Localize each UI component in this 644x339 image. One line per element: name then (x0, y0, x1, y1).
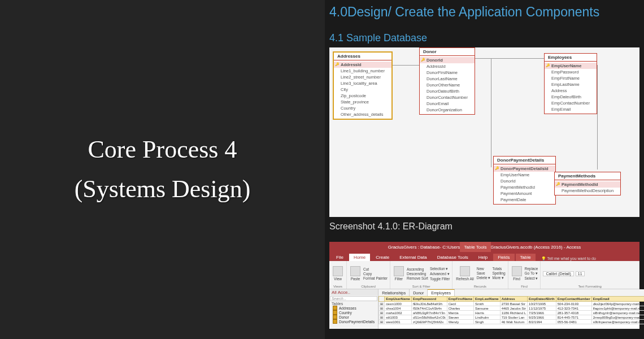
col-header[interactable]: Address (500, 297, 527, 302)
descending-button[interactable]: Descending (407, 272, 428, 276)
ribbon-tab-create[interactable]: Create (371, 254, 394, 261)
cell[interactable]: 281-357-4318 (556, 311, 591, 315)
col-header[interactable]: EmpEmail (591, 297, 644, 302)
cell[interactable]: chsa1004 (385, 306, 412, 311)
cell[interactable]: 4465 Jacobs Str (500, 306, 527, 311)
find-button[interactable]: Find (511, 266, 523, 281)
goto-button[interactable]: Go To ▾ (525, 271, 538, 276)
cell[interactable]: dS1m58dN6wA2xO3t (411, 315, 447, 320)
cell[interactable]: Wendy (447, 320, 473, 324)
cell[interactable]: 2730 Bassel Str (500, 302, 527, 306)
tab-employees[interactable]: Employees (428, 289, 455, 296)
spelling-button[interactable]: Spelling (492, 271, 505, 275)
cell[interactable]: 719 Stutler Lan (500, 315, 527, 320)
cell[interactable]: wesi1001 (385, 320, 412, 324)
cell[interactable]: 7/25/1966 (528, 311, 556, 315)
employees-table[interactable]: EmpUserName EmpPassword EmpFirstName Emp… (378, 296, 644, 324)
cell[interactable]: 814-445-7571 (556, 315, 591, 320)
row-selector-header[interactable] (379, 297, 385, 302)
ribbon-tab-help[interactable]: Help (474, 254, 492, 261)
row-selector[interactable]: ⊞ (379, 320, 385, 324)
cell[interactable]: 8/2/1994 (528, 320, 556, 324)
selection-button[interactable]: Selection ▾ (430, 267, 450, 271)
cell[interactable]: zQ6iE9iP7hQ5hM2x (411, 320, 447, 324)
format-painter-button[interactable]: Format Painter (363, 276, 388, 280)
ribbon-tab-database-tools[interactable]: Database Tools (433, 254, 473, 261)
cell[interactable]: 412-323-7341 (556, 306, 591, 311)
ribbon-tab-home[interactable]: Home (349, 254, 370, 261)
cell[interactable]: stli1003 (385, 315, 412, 320)
cell[interactable]: Singh (473, 320, 500, 324)
tab-relationships[interactable]: Relationships (378, 289, 410, 296)
col-header[interactable]: EmpFirstName (447, 297, 473, 302)
cell[interactable]: sl8nlhqynlr@temporary-mail.net (591, 311, 644, 315)
row-selector[interactable]: ⊞ (379, 302, 385, 306)
cell[interactable]: 11/12/1975 (528, 306, 556, 311)
cell[interactable]: Marcia (447, 311, 473, 315)
row-selector[interactable]: ⊞ (379, 306, 385, 311)
col-header[interactable]: EmpLastName (473, 297, 500, 302)
cell[interactable]: 9/25/1966 (528, 315, 556, 320)
cell[interactable]: 10/27/1995 (528, 302, 556, 306)
nav-search-input[interactable]: Search... (330, 296, 377, 301)
nav-item-donorpaymentdetails[interactable]: DonorPaymentDetails (329, 319, 378, 324)
cell[interactable]: fS0kT4rtC1sASk4n (411, 306, 447, 311)
select-button[interactable]: Select ▾ (525, 276, 538, 281)
ascending-button[interactable]: Ascending (407, 267, 428, 271)
col-header[interactable]: EmpPassword (411, 297, 447, 302)
cell[interactable]: maha1002 (385, 311, 412, 315)
table-row[interactable]: ⊞cesm1000fE9uJDtL8e84aK9hCecilSmith2730 … (379, 302, 644, 306)
cell[interactable]: 055-56-0481 (556, 320, 591, 324)
cut-button[interactable]: Cut (363, 267, 388, 271)
view-button[interactable]: View (332, 266, 344, 281)
replace-button[interactable]: Replace (525, 267, 538, 271)
table-row[interactable]: ⊞maha1002aN8fU2gR7m84nY3nMarciaHarris118… (379, 311, 644, 315)
nav-item-donor[interactable]: Donor (329, 315, 378, 319)
cell[interactable]: cesm1000 (385, 302, 412, 306)
tell-me-search[interactable]: 💡 Tell me what you want to do (541, 257, 596, 261)
filter-button[interactable]: Filter (393, 266, 405, 281)
font-selector[interactable]: Calibri (Detail) (543, 271, 573, 276)
table-row[interactable]: ⊞chsa1004fS0kT4rtC1sASk4nCharlesSansone4… (379, 306, 644, 311)
remove-sort-button[interactable]: Remove Sort (407, 276, 428, 280)
cell[interactable]: Lindholm (473, 315, 500, 320)
col-header[interactable]: EmpContactNumber (556, 297, 591, 302)
font-size-selector[interactable]: 11 (576, 271, 585, 276)
cell[interactable]: fE9uJDtL8e84aK9h (411, 302, 447, 306)
nav-pane-header[interactable]: All Acce.. (329, 289, 378, 295)
cell[interactable]: Sansone (473, 306, 500, 311)
nav-item-addresses[interactable]: Addresses (329, 306, 378, 310)
save-record-button[interactable]: Save (477, 271, 491, 275)
new-record-button[interactable]: New (477, 267, 491, 271)
datasheet[interactable]: EmpUserName EmpPassword EmpFirstName Emp… (378, 296, 644, 329)
cell[interactable]: Smith (473, 302, 500, 306)
table-row[interactable]: ⊞wesi1001zQ6iE9iP7hQ5hM2xWendySingh46 Wa… (379, 320, 644, 324)
totals-button[interactable]: Totals (492, 267, 505, 271)
col-header[interactable]: EmpUserName (385, 297, 412, 302)
cell[interactable]: aN8fU2gR7m84nY3n (411, 311, 447, 315)
ribbon-tab-external-data[interactable]: External Data (395, 254, 431, 261)
cell[interactable]: Harris (473, 311, 500, 315)
ribbon-tab-file[interactable]: File (332, 254, 348, 261)
cell[interactable]: 1186 Richland L (500, 311, 527, 315)
ribbon-tab-table[interactable]: Table (516, 254, 536, 261)
more-records-button[interactable]: More ▾ (492, 276, 505, 280)
col-header[interactable]: EmpDateofBirth (528, 297, 556, 302)
cell[interactable]: s0bfnpexrse@temporary-mail.net (591, 320, 644, 324)
ribbon-tab-fields[interactable]: Fields (493, 254, 514, 261)
cell[interactable]: Cecil (447, 302, 473, 306)
refresh-all-button[interactable]: Refresh All (455, 266, 475, 281)
cell[interactable]: Charles (447, 306, 473, 311)
cell[interactable]: lfagcsv1phk@temporary-mail.net (591, 306, 644, 311)
tab-donor[interactable]: Donor (410, 289, 428, 296)
row-selector[interactable]: ⊞ (379, 311, 385, 315)
paste-button[interactable]: Paste (349, 266, 362, 281)
row-selector[interactable]: ⊞ (379, 315, 385, 320)
table-row[interactable]: ⊞stli1003dS1m58dN6wA2xO3tStevenLindholm7… (379, 315, 644, 320)
toggle-filter-button[interactable]: Toggle Filter (430, 277, 450, 281)
cell[interactable]: Steven (447, 315, 473, 320)
copy-button[interactable]: Copy (363, 272, 388, 276)
cell[interactable]: 46 Walt Nuzum (500, 320, 527, 324)
nav-item-country[interactable]: Country (329, 310, 378, 315)
cell[interactable]: 2mwp008rg5o@temporary-mail.net (591, 315, 644, 320)
